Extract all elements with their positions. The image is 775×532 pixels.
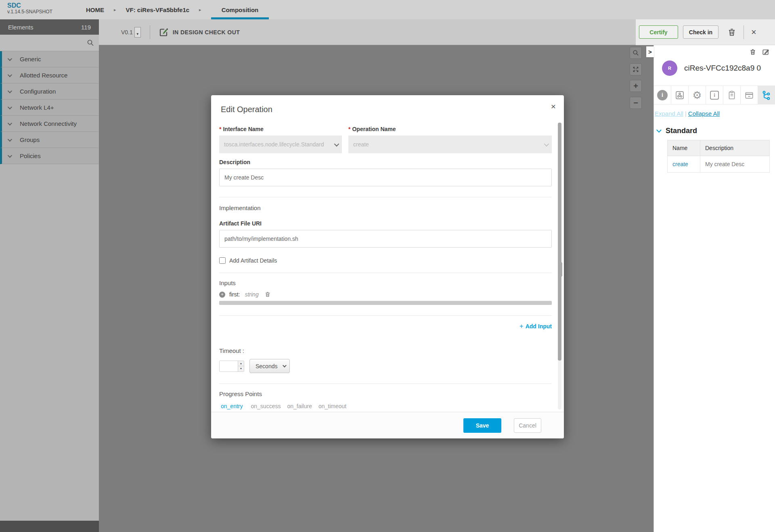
- panel-tab-bar: i ⚙ i: [654, 86, 775, 104]
- elements-count-badge: 119: [81, 24, 91, 31]
- param-name: first:: [229, 291, 240, 298]
- modal-scrollbar-track[interactable]: [558, 123, 561, 409]
- checkin-button[interactable]: Check in: [683, 25, 718, 39]
- add-input-link[interactable]: Add Input: [219, 322, 552, 330]
- chevron-down-icon: [8, 104, 12, 109]
- sidebar-header: Elements 119: [0, 19, 99, 35]
- expand-param-icon[interactable]: +: [219, 292, 225, 298]
- operation-name-select[interactable]: create: [348, 136, 552, 153]
- chevron-down-icon: [8, 153, 12, 157]
- tab-on-success[interactable]: on_success: [251, 403, 281, 412]
- modal-body: *Interface Name tosca.interfaces.node.li…: [211, 120, 564, 412]
- tab-on-entry[interactable]: on_entry: [219, 403, 244, 412]
- toolbar-divider: [744, 25, 744, 39]
- breadcrumb-home[interactable]: HOME: [86, 6, 104, 13]
- tab-requirements[interactable]: [741, 86, 758, 104]
- progress-points-tabs: on_entry on_success on_failure on_timeou…: [219, 403, 552, 412]
- version-dropdown[interactable]: ▼: [134, 27, 141, 38]
- artifact-uri-input[interactable]: [219, 230, 552, 248]
- chevron-down-icon: [544, 141, 549, 146]
- timeout-input[interactable]: [220, 361, 238, 371]
- interface-section-title: Standard: [666, 127, 697, 135]
- tab-info-artifacts[interactable]: i: [706, 86, 723, 104]
- top-nav: SDC v.1.14.5-SNAPSHOT HOME ▸ VF: ciRes-V…: [0, 0, 775, 19]
- checkout-pencil-icon: [159, 27, 169, 37]
- breadcrumb: HOME ▸ VF: ciRes-VFa5bbfe1c ▸ Compositio…: [86, 0, 269, 19]
- breadcrumb-vf[interactable]: VF: ciRes-VFa5bbfe1c: [126, 6, 190, 13]
- description-label: Description: [219, 159, 552, 165]
- stepper-down-button[interactable]: ▼: [238, 366, 244, 371]
- toolbar-left: V0.1 ▼ IN DESIGN CHECK OUT: [99, 19, 636, 45]
- panel-collapse-handle[interactable]: >: [646, 46, 654, 57]
- modal-close-button[interactable]: ×: [551, 102, 556, 111]
- canvas-search-button[interactable]: [630, 47, 642, 59]
- delete-button[interactable]: [727, 28, 736, 37]
- tab-on-failure[interactable]: on_failure: [287, 403, 312, 412]
- description-input[interactable]: [219, 169, 552, 186]
- divider: [219, 315, 552, 316]
- timeout-label: Timeout :: [219, 347, 552, 354]
- workspace-toolbar: V0.1 ▼ IN DESIGN CHECK OUT Certify Check…: [99, 19, 775, 45]
- inputs-section-label: Inputs: [219, 280, 552, 286]
- delete-param-button[interactable]: [264, 291, 271, 298]
- operation-create-link[interactable]: create: [672, 161, 688, 167]
- sidebar-item-groups[interactable]: Groups: [0, 132, 99, 148]
- operation-description: My create Desc: [705, 161, 744, 167]
- inputs-box-icon: [744, 91, 754, 100]
- zoom-in-button[interactable]: +: [630, 80, 642, 92]
- elements-sidebar: Elements 119 Generic Allotted Resource C…: [0, 19, 99, 532]
- interface-name-select[interactable]: tosca.interfaces.node.lifecycle.Standard: [219, 136, 342, 153]
- timeout-unit-select[interactable]: Seconds: [249, 359, 290, 373]
- fit-to-screen-button[interactable]: [630, 63, 642, 75]
- tab-operations[interactable]: [758, 86, 775, 104]
- chevron-down-icon[interactable]: [656, 127, 662, 133]
- search-input[interactable]: [5, 40, 87, 46]
- edit-operation-modal: Edit Operation × *Interface Name tosca.i…: [211, 95, 564, 438]
- tab-composition[interactable]: [671, 86, 689, 104]
- info-square-icon: i: [710, 91, 719, 100]
- clipboard-icon: [727, 90, 736, 100]
- certify-button[interactable]: Certify: [639, 25, 678, 39]
- sdc-logo[interactable]: SDC v.1.14.5-SNAPSHOT: [7, 2, 52, 15]
- stepper-up-button[interactable]: ▲: [238, 361, 244, 367]
- inputs-horizontal-scrollbar[interactable]: [219, 301, 552, 305]
- param-type: string: [245, 291, 258, 298]
- collapse-all-link[interactable]: Collapse All: [688, 110, 720, 117]
- sidebar-item-network-l4[interactable]: Network L4+: [0, 100, 99, 116]
- tab-deployment-artifacts[interactable]: [723, 86, 741, 104]
- tab-on-timeout[interactable]: on_timeout: [318, 403, 346, 412]
- expand-all-link[interactable]: Expand All: [655, 110, 683, 117]
- breadcrumb-composition[interactable]: Composition: [211, 0, 269, 19]
- save-button[interactable]: Save: [463, 418, 501, 433]
- breadcrumb-arrow-icon: ▸: [199, 7, 201, 13]
- component-details-panel: > R ciRes-VFCc192c8a9 0 i: [654, 45, 775, 532]
- sidebar-item-network-connectivity[interactable]: Network Connectivity: [0, 116, 99, 132]
- add-artifact-checkbox[interactable]: [219, 257, 226, 264]
- sidebar-footer-bar: [0, 521, 99, 532]
- panel-edit-button[interactable]: [762, 48, 769, 56]
- search-icon: [633, 50, 639, 56]
- operation-name-label: *Operation Name: [348, 126, 552, 132]
- toolbar-right: Certify Check in ×: [636, 19, 775, 45]
- composition-icon: [675, 90, 685, 100]
- chevron-down-icon: [283, 363, 287, 367]
- sidebar-item-generic[interactable]: Generic: [0, 51, 99, 67]
- cancel-button[interactable]: Cancel: [514, 418, 541, 433]
- zoom-out-button[interactable]: −: [630, 97, 642, 109]
- chevron-down-icon: [8, 121, 12, 125]
- panel-delete-button[interactable]: [749, 48, 756, 56]
- close-workspace-button[interactable]: ×: [751, 28, 756, 37]
- tab-settings[interactable]: ⚙: [689, 86, 706, 104]
- sidebar-item-allotted-resource[interactable]: Allotted Resource: [0, 67, 99, 83]
- canvas-zoom-controls: + −: [630, 47, 642, 109]
- modal-scrollbar-thumb[interactable]: [558, 123, 561, 361]
- tab-information[interactable]: i: [654, 86, 671, 104]
- sidebar-item-policies[interactable]: Policies: [0, 148, 99, 164]
- sidebar-search: [0, 35, 99, 51]
- breadcrumb-arrow-icon: ▸: [114, 7, 116, 13]
- trash-icon: [264, 291, 271, 298]
- chevron-down-icon: [8, 88, 12, 93]
- timeout-stepper: ▲ ▼: [238, 361, 244, 371]
- sidebar-item-configuration[interactable]: Configuration: [0, 83, 99, 100]
- divider: [219, 273, 552, 273]
